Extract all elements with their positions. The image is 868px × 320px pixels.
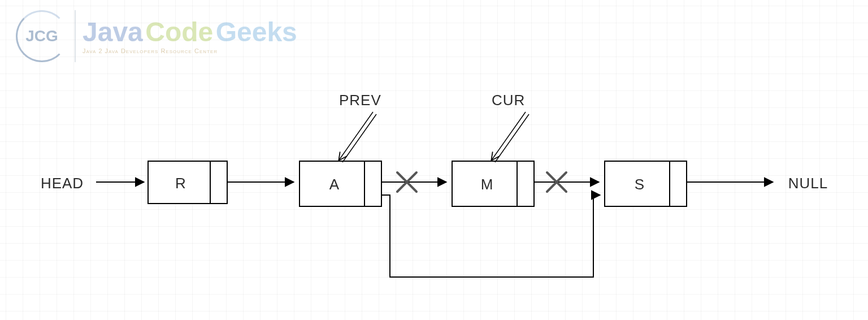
svg-line-4 bbox=[339, 112, 373, 160]
head-label: HEAD bbox=[41, 175, 84, 192]
linked-list-diagram: HEAD R A PREV M CUR bbox=[0, 0, 868, 320]
svg-line-10 bbox=[492, 112, 526, 160]
node-a-value: A bbox=[329, 176, 340, 193]
cur-label: CUR bbox=[492, 92, 525, 109]
node-s: S bbox=[605, 161, 687, 206]
node-m-value: M bbox=[481, 176, 494, 193]
node-r: R bbox=[148, 161, 227, 204]
svg-line-11 bbox=[495, 114, 529, 162]
node-r-value: R bbox=[175, 175, 186, 192]
node-s-value: S bbox=[635, 176, 645, 193]
prev-pointer-icon bbox=[339, 112, 376, 162]
cur-pointer-icon bbox=[492, 112, 529, 162]
null-label: NULL bbox=[788, 175, 828, 192]
svg-rect-2 bbox=[300, 161, 381, 206]
node-m: M bbox=[452, 161, 534, 206]
prev-label: PREV bbox=[339, 92, 381, 109]
svg-rect-0 bbox=[148, 161, 227, 204]
node-a: A bbox=[300, 161, 381, 206]
svg-line-5 bbox=[342, 114, 376, 162]
arrow-bypass-a-to-s bbox=[381, 195, 600, 277]
svg-rect-14 bbox=[605, 161, 687, 206]
